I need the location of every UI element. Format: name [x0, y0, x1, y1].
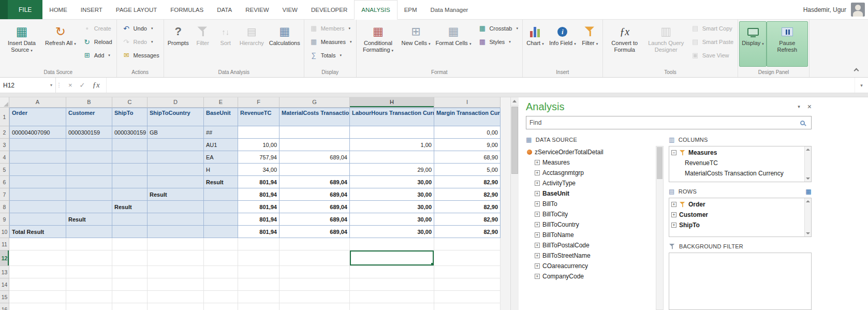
row-header-12[interactable]: 12 [0, 250, 9, 266]
row-header-1[interactable]: 1 [0, 108, 9, 126]
cell-C2[interactable]: 0000300159 [112, 126, 148, 139]
cell-H3[interactable]: 1,00 [350, 139, 434, 151]
name-box[interactable]: H12 ▾ [0, 78, 56, 93]
cell-I14[interactable] [434, 278, 501, 291]
cell-H5[interactable]: 29,00 [350, 164, 434, 176]
cell-D4[interactable] [148, 151, 204, 164]
user-avatar[interactable] [851, 3, 865, 17]
button-conditional-formatting[interactable]: ▦Conditional Formatting▾ [358, 21, 399, 67]
cell-C12[interactable] [112, 250, 148, 266]
cell-I13[interactable] [434, 266, 501, 278]
cell-G11[interactable] [279, 238, 350, 250]
collapse-ribbon-button[interactable] [850, 65, 862, 74]
button-redo[interactable]: ↷Redo▾ [120, 36, 161, 47]
tab-formulas[interactable]: FORMULAS [164, 0, 210, 19]
cell-E5[interactable]: H [204, 164, 238, 176]
button-measures[interactable]: ▦Measures▾ [307, 36, 354, 47]
cell-B5[interactable] [66, 164, 112, 176]
cell-H15[interactable] [350, 291, 434, 303]
cell-E15[interactable] [204, 291, 238, 303]
column-header-B[interactable]: B [66, 97, 112, 108]
cell-A12[interactable] [9, 250, 66, 266]
cell-C11[interactable] [112, 238, 148, 250]
cell-A11[interactable] [9, 238, 66, 250]
column-header-H[interactable]: H [350, 97, 434, 108]
tab-data[interactable]: DATA [210, 0, 239, 19]
field-item-customer[interactable]: +Customer [671, 210, 803, 220]
cell-B11[interactable] [66, 238, 112, 250]
cell-A14[interactable] [9, 278, 66, 291]
cell-I7[interactable]: 82,90 [434, 188, 501, 201]
tab-developer[interactable]: DEVELOPER [304, 0, 354, 19]
button-smart-paste[interactable]: ▤Smart Paste [689, 36, 736, 47]
button-undo[interactable]: ↶Undo▾ [120, 23, 161, 34]
cell-A5[interactable] [9, 164, 66, 176]
button-chart[interactable]: Chart▾ [524, 21, 547, 67]
cell-F8[interactable]: 801,94 [238, 201, 279, 213]
cell-A1[interactable]: Order [9, 108, 66, 126]
background-filter-box[interactable] [669, 253, 812, 310]
field-item-order[interactable]: +Order [671, 199, 803, 210]
cell-B3[interactable] [66, 139, 112, 151]
field-item-revenuetc[interactable]: RevenueTC [671, 158, 803, 168]
button-new-cells[interactable]: ⊞New Cells▾ [399, 21, 433, 67]
cell-A4[interactable] [9, 151, 66, 164]
formula-input[interactable] [107, 78, 855, 93]
cell-H8[interactable]: 30,00 [350, 201, 434, 213]
scroll-down-icon[interactable] [805, 230, 811, 237]
cell-F14[interactable] [238, 278, 279, 291]
row-header-6[interactable]: 6 [0, 176, 9, 188]
cell-H9[interactable]: 30,00 [350, 213, 434, 226]
cell-D6[interactable] [148, 176, 204, 188]
button-hierarchy[interactable]: ▤Hierarchy [237, 21, 267, 67]
data-source-item-baseunit[interactable]: +BaseUnit [535, 188, 654, 199]
cell-G6[interactable]: 689,04 [279, 176, 350, 188]
cell-I16[interactable] [434, 303, 501, 310]
cell-G1[interactable]: MaterialCosts Transaction Currency [279, 108, 350, 126]
cell-F13[interactable] [238, 266, 279, 278]
data-source-item-billtocountry[interactable]: +BillToCountry [535, 219, 654, 230]
button-pause-refresh[interactable]: Pause Refresh [767, 21, 808, 67]
button-messages[interactable]: ✉Messages [120, 50, 161, 61]
column-header-E[interactable]: E [204, 97, 238, 108]
cell-D13[interactable] [148, 266, 204, 278]
cell-C4[interactable] [112, 151, 148, 164]
column-header-G[interactable]: G [279, 97, 350, 108]
data-source-item-companycode[interactable]: +CompanyCode [535, 271, 654, 282]
expand-icon[interactable]: + [671, 212, 676, 217]
column-header-A[interactable]: A [9, 97, 66, 108]
button-members[interactable]: ▦Members▾ [307, 23, 354, 34]
cell-C13[interactable] [112, 266, 148, 278]
cell-I10[interactable]: 82,90 [434, 226, 501, 238]
expand-icon[interactable]: + [535, 160, 540, 165]
cell-I5[interactable]: 5,00 [434, 164, 501, 176]
insert-function-icon[interactable]: ƒx [93, 81, 100, 90]
expand-icon[interactable]: + [671, 202, 676, 207]
cell-E7[interactable] [204, 188, 238, 201]
field-item-measures[interactable]: −Measures [671, 147, 803, 158]
cell-G14[interactable] [279, 278, 350, 291]
cell-F10[interactable]: 801,94 [238, 226, 279, 238]
cell-G3[interactable] [279, 139, 350, 151]
cell-A6[interactable] [9, 176, 66, 188]
cell-F16[interactable] [238, 303, 279, 310]
vertical-scrollbar[interactable] [510, 97, 519, 310]
cell-E8[interactable] [204, 201, 238, 213]
cell-I4[interactable]: 68,90 [434, 151, 501, 164]
scroll-up-icon[interactable] [805, 198, 811, 204]
data-source-scrollbar-thumb[interactable] [657, 147, 663, 179]
cell-F5[interactable]: 34,00 [238, 164, 279, 176]
cell-B15[interactable] [66, 291, 112, 303]
layout-grid-icon[interactable]: ▦ [805, 188, 812, 195]
cell-F12[interactable] [238, 250, 279, 266]
cell-B2[interactable]: 0000300159 [66, 126, 112, 139]
cell-F1[interactable]: RevenueTC [238, 108, 279, 126]
cell-H2[interactable] [350, 126, 434, 139]
cell-G9[interactable]: 689,04 [279, 213, 350, 226]
cell-G2[interactable] [279, 126, 350, 139]
row-header-13[interactable]: 13 [0, 266, 9, 278]
cell-H14[interactable] [350, 278, 434, 291]
tab-epm[interactable]: EPM [398, 0, 424, 19]
cell-C3[interactable] [112, 139, 148, 151]
select-all-button[interactable] [0, 97, 9, 108]
